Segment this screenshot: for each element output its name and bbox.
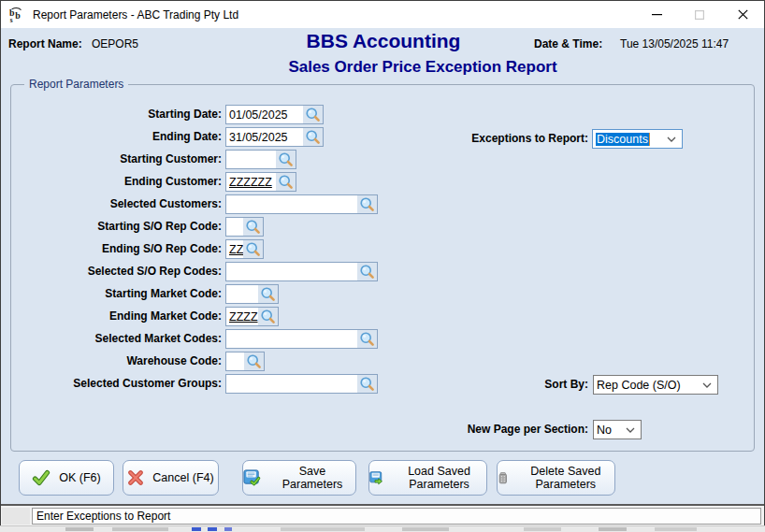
close-icon [738, 9, 748, 20]
statusbar: Enter Exceptions to Report [1, 504, 764, 525]
text-caret [649, 133, 650, 146]
datetime-label: Date & Time: [534, 37, 602, 50]
cancel-button[interactable]: Cancel (F4) [123, 460, 219, 496]
selected-market-codes-label: Selected Market Codes: [1, 329, 222, 349]
exceptions-to-report-select[interactable]: Discounts [592, 129, 683, 149]
magnifier-icon[interactable] [357, 330, 377, 348]
selected-market-codes-input[interactable] [225, 329, 378, 349]
starting-customer-input[interactable] [225, 150, 296, 169]
chevron-down-icon [620, 427, 641, 433]
cross-icon [127, 469, 144, 486]
magnifier-icon[interactable] [303, 106, 323, 123]
chevron-down-icon [697, 382, 717, 388]
field-row-selected-customers: Selected Customers: [1, 194, 765, 214]
window-controls [635, 1, 764, 28]
maximize-icon [695, 10, 704, 20]
starting-date-input[interactable]: 01/05/2025 [225, 105, 324, 124]
ending-so-rep-code-input[interactable]: ZZ [225, 239, 264, 259]
selected-customers-label: Selected Customers: [1, 194, 222, 214]
maximize-button[interactable] [678, 1, 721, 28]
field-row-ending-market-code: Ending Market Code: ZZZZ [1, 307, 765, 326]
minimize-button[interactable] [635, 1, 678, 28]
window-title: Report Parameters - ABC Trading Pty Ltd [33, 8, 238, 22]
new-page-per-section-select[interactable]: No [593, 420, 642, 439]
starting-so-rep-code-label: Starting S/O Rep Code: [1, 217, 222, 237]
starting-date-label: Starting Date: [1, 105, 222, 124]
magnifier-icon[interactable] [276, 173, 296, 191]
ending-date-label: Ending Date: [1, 127, 222, 147]
datetime-value: Tue 13/05/2025 11:47 [620, 37, 729, 50]
selected-so-rep-codes-input[interactable] [225, 262, 378, 281]
selected-customers-input[interactable] [225, 194, 378, 214]
statusbar-grip [2, 508, 30, 525]
ending-market-code-label: Ending Market Code: [1, 307, 222, 326]
magnifier-icon[interactable] [258, 308, 278, 325]
titlebar: b b s Report Parameters - ABC Trading Pt… [1, 1, 764, 28]
save-parameters-button[interactable]: Save Parameters [242, 460, 356, 496]
field-row-starting-so-rep-code: Starting S/O Rep Code: [1, 217, 765, 237]
load-saved-parameters-button[interactable]: Load Saved Parameters [368, 460, 487, 496]
field-row-ending-customer: Ending Customer: ZZZZZZ [1, 172, 765, 192]
field-row-ending-so-rep-code: Ending S/O Rep Code: ZZ [1, 239, 765, 259]
magnifier-icon[interactable] [243, 218, 263, 236]
ending-so-rep-code-label: Ending S/O Rep Code: [1, 239, 222, 259]
chevron-down-icon [661, 137, 682, 142]
check-icon [32, 468, 51, 487]
magnifier-icon[interactable] [276, 151, 296, 168]
warehouse-code-label: Warehouse Code: [1, 352, 222, 371]
load-icon [369, 468, 383, 487]
starting-customer-label: Starting Customer: [1, 150, 222, 169]
magnifier-icon[interactable] [258, 285, 278, 303]
ok-button[interactable]: OK (F6) [19, 460, 114, 496]
ending-market-code-input[interactable]: ZZZZ [225, 307, 279, 326]
bbs-app-icon: b b s [8, 7, 25, 23]
magnifier-icon[interactable] [243, 240, 263, 258]
ending-customer-label: Ending Customer: [1, 172, 222, 192]
magnifier-icon[interactable] [357, 263, 377, 280]
groupbox-title: Report Parameters [24, 78, 128, 91]
magnifier-icon[interactable] [303, 128, 323, 146]
field-row-selected-market-codes: Selected Market Codes: [1, 329, 765, 349]
ending-customer-input[interactable]: ZZZZZZ [225, 172, 296, 192]
field-row-starting-market-code: Starting Market Code: [1, 284, 765, 304]
exceptions-to-report-label: Exceptions to Report: [338, 129, 588, 149]
minimize-icon [652, 14, 662, 16]
screen: b b s Report Parameters - ABC Trading Pt… [0, 0, 765, 532]
svg-text:s: s [10, 17, 13, 23]
field-row-starting-customer: Starting Customer: [1, 150, 765, 169]
report-parameters-window: b b s Report Parameters - ABC Trading Pt… [0, 0, 765, 525]
sort-by-select[interactable]: Rep Code (S/O) [593, 375, 718, 395]
report-title: Sales Order Price Exception Report [40, 58, 765, 77]
starting-market-code-label: Starting Market Code: [1, 284, 222, 304]
sort-by-label: Sort By: [338, 375, 588, 395]
dialog-content: Report Name: OEPOR5 BBS Accounting Sales… [1, 28, 764, 503]
magnifier-icon[interactable] [357, 195, 377, 213]
delete-icon [498, 469, 509, 486]
field-row-warehouse-code: Warehouse Code: [1, 352, 765, 371]
statusbar-panel: Enter Exceptions to Report [32, 508, 761, 525]
close-button[interactable] [721, 1, 764, 28]
svg-text:b: b [15, 9, 21, 20]
selected-so-rep-codes-label: Selected S/O Rep Codes: [1, 262, 222, 281]
warehouse-code-input[interactable] [225, 352, 265, 371]
field-row-selected-so-rep-codes: Selected S/O Rep Codes: [1, 262, 765, 281]
selected-customer-groups-label: Selected Customer Groups: [1, 374, 222, 394]
field-row-starting-date: Starting Date: 01/05/2025 [1, 105, 765, 124]
ending-date-input[interactable]: 31/05/2025 [225, 127, 324, 147]
new-page-per-section-label: New Page per Section: [338, 420, 588, 439]
starting-so-rep-code-input[interactable] [225, 217, 264, 237]
save-icon [243, 468, 261, 487]
status-message: Enter Exceptions to Report [33, 510, 170, 523]
background-window-sliver [0, 526, 765, 532]
delete-saved-parameters-button[interactable]: Delete Saved Parameters [497, 460, 615, 496]
magnifier-icon[interactable] [244, 352, 264, 370]
starting-market-code-input[interactable] [225, 284, 279, 304]
